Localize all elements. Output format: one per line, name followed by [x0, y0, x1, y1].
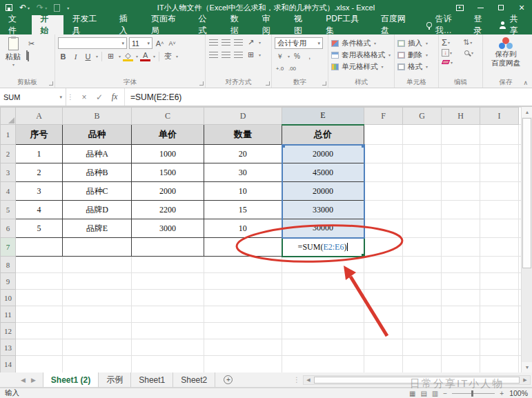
cell-B6[interactable]: 品牌E: [63, 219, 132, 238]
cell-F2[interactable]: [364, 145, 403, 163]
cell-D9[interactable]: [204, 273, 282, 290]
cell-B5[interactable]: 品牌D: [63, 201, 132, 219]
print-preview-icon[interactable]: [54, 4, 60, 12]
page-break-view-icon[interactable]: ▥: [432, 390, 438, 397]
cell-styles-button[interactable]: 单元格样式▾: [331, 61, 391, 72]
align-right-icon[interactable]: [233, 50, 244, 60]
cell-I4[interactable]: [480, 182, 519, 201]
cell-D1[interactable]: 数量: [204, 125, 282, 145]
bold-button[interactable]: B: [58, 51, 68, 61]
format-as-table-button[interactable]: 套用表格格式▾: [331, 49, 391, 61]
cell-C4[interactable]: 2000: [132, 182, 204, 201]
percent-format-icon[interactable]: %: [292, 51, 302, 61]
cell-H9[interactable]: [442, 273, 480, 290]
new-sheet-button[interactable]: +: [224, 372, 233, 387]
cell-F7[interactable]: [364, 238, 403, 257]
decrease-decimal-icon[interactable]: .00: [287, 63, 297, 74]
cell-C8[interactable]: [132, 257, 204, 273]
cell-G3[interactable]: [403, 163, 442, 182]
zoom-in-icon[interactable]: +: [500, 390, 504, 397]
cell-E3[interactable]: 45000: [282, 163, 364, 182]
cell-I8[interactable]: [480, 257, 519, 273]
scroll-right-icon[interactable]: ▶: [520, 376, 530, 384]
fill-icon[interactable]: ↓▾: [442, 49, 459, 57]
fill-color-icon[interactable]: ◇: [123, 51, 133, 61]
cell-H6[interactable]: [442, 219, 480, 238]
cell-D5[interactable]: 15: [204, 201, 282, 219]
ribbon-tab-1[interactable]: 开始: [32, 15, 63, 34]
font-size-combo[interactable]: 11▾: [129, 37, 152, 49]
clipboard-dialog-launcher[interactable]: [49, 81, 53, 86]
cell-G6[interactable]: [403, 219, 442, 238]
cell-F14[interactable]: [364, 356, 403, 373]
cell-C3[interactable]: 1500: [132, 163, 204, 182]
cell-B9[interactable]: [63, 273, 132, 290]
cell-I5[interactable]: [480, 201, 519, 219]
cell-I3[interactable]: [480, 163, 519, 182]
save-icon[interactable]: [6, 4, 12, 11]
cell-A11[interactable]: [16, 306, 63, 323]
cell-A8[interactable]: [16, 257, 63, 273]
ribbon-tab-10[interactable]: 百度网盘: [373, 15, 420, 34]
cell-I6[interactable]: [480, 219, 519, 238]
tell-me[interactable]: 告诉我…: [420, 15, 473, 34]
ribbon-tab-2[interactable]: 开发工具: [63, 15, 110, 34]
cell-D10[interactable]: [204, 290, 282, 306]
cell-H5[interactable]: [442, 201, 480, 219]
borders-icon[interactable]: ⊞: [106, 51, 116, 61]
cell-E5[interactable]: 33000: [282, 201, 364, 219]
autosum-button[interactable]: Σ▾: [442, 37, 459, 48]
zoom-slider[interactable]: [452, 393, 495, 394]
cell-C14[interactable]: [132, 356, 204, 373]
cell-D14[interactable]: [204, 356, 282, 373]
column-header-H[interactable]: H: [442, 108, 480, 125]
cell-G5[interactable]: [403, 201, 442, 219]
cell-H4[interactable]: [442, 182, 480, 201]
horizontal-scroll-thumb[interactable]: [314, 377, 520, 384]
cell-B12[interactable]: [63, 323, 132, 339]
font-name-combo[interactable]: ▾: [58, 37, 127, 49]
ribbon-tab-9[interactable]: PDF工具集: [317, 15, 373, 34]
row-header-1[interactable]: 1: [1, 125, 16, 145]
row-header-12[interactable]: 12: [1, 323, 16, 339]
cell-G7[interactable]: [403, 238, 442, 257]
sheet-tab-3[interactable]: Sheet2: [173, 372, 215, 387]
sheet-tab-0[interactable]: Sheet1 (2): [43, 372, 99, 387]
scroll-up-icon[interactable]: ▲: [522, 107, 532, 117]
sign-in-button[interactable]: 登录: [473, 13, 489, 37]
row-header-11[interactable]: 11: [1, 306, 16, 323]
cell-D8[interactable]: [204, 257, 282, 273]
cell-B13[interactable]: [63, 339, 132, 356]
scroll-down-icon[interactable]: ▼: [522, 362, 532, 372]
redo-icon[interactable]: ↷▾: [37, 3, 47, 12]
cell-C6[interactable]: 3000: [132, 219, 204, 238]
row-header-9[interactable]: 9: [1, 273, 16, 290]
name-box[interactable]: SUM ▾: [0, 88, 66, 106]
cell-B14[interactable]: [63, 356, 132, 373]
cell-A7[interactable]: [16, 238, 63, 257]
row-header-4[interactable]: 4: [1, 182, 16, 201]
cell-B10[interactable]: [63, 290, 132, 306]
row-header-3[interactable]: 3: [1, 163, 16, 182]
cell-E4[interactable]: 20000: [282, 182, 364, 201]
cell-D2[interactable]: 20: [204, 145, 282, 163]
cell-G14[interactable]: [403, 356, 442, 373]
cell-E13[interactable]: [282, 339, 364, 356]
cell-G13[interactable]: [403, 339, 442, 356]
formula-bar-drag-handle[interactable]: ⋮: [66, 88, 75, 106]
cell-I1[interactable]: [480, 125, 519, 145]
ribbon-tab-7[interactable]: 审阅: [254, 15, 286, 34]
cell-C12[interactable]: [132, 323, 204, 339]
align-middle-icon[interactable]: [221, 37, 231, 48]
cell-D12[interactable]: [204, 323, 282, 339]
cell-C7[interactable]: [132, 238, 204, 257]
formula-input[interactable]: =SUM(E2:E6): [125, 88, 181, 106]
cell-E12[interactable]: [282, 323, 364, 339]
copy-icon[interactable]: [26, 51, 37, 59]
cell-D4[interactable]: 10: [204, 182, 282, 201]
cell-D13[interactable]: [204, 339, 282, 356]
clear-icon[interactable]: ▾: [442, 58, 459, 66]
sheet-tab-2[interactable]: Sheet1: [131, 372, 173, 387]
font-dialog-launcher[interactable]: [199, 81, 204, 86]
tab-splitter-handle[interactable]: ⋮: [293, 376, 300, 384]
